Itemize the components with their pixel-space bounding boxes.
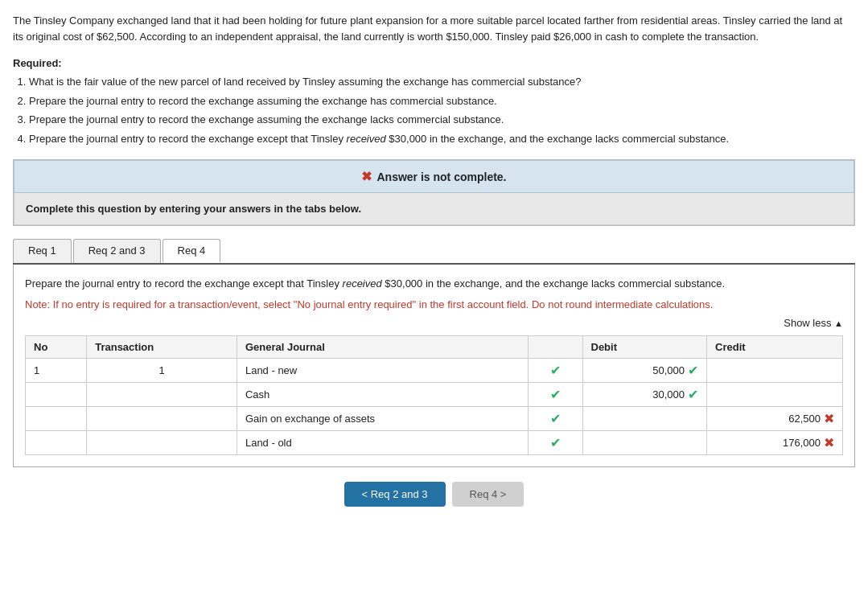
show-less-label[interactable]: Show less ▲ xyxy=(784,317,843,329)
cell-debit[interactable] xyxy=(582,407,707,431)
cell-debit[interactable]: 50,000 ✔ xyxy=(582,359,707,383)
col-credit: Credit xyxy=(707,336,843,359)
credit-error-icon: ✖ xyxy=(824,435,834,450)
required-item-4: Prepare the journal entry to record the … xyxy=(29,131,855,147)
cell-debit[interactable]: 30,000 ✔ xyxy=(582,383,707,407)
cell-debit[interactable] xyxy=(582,431,707,455)
col-general-journal: General Journal xyxy=(237,336,528,359)
cell-no xyxy=(26,407,87,431)
cell-credit[interactable] xyxy=(707,359,843,383)
next-button-label: Req 4 > xyxy=(470,488,507,500)
next-button[interactable]: Req 4 > xyxy=(452,482,525,507)
credit-error-icon: ✖ xyxy=(824,411,834,426)
table-row: Cash ✔ 30,000 ✔ xyxy=(26,383,843,407)
cell-check: ✔ xyxy=(528,407,582,431)
cell-journal[interactable]: Land - new xyxy=(237,359,528,383)
cell-transaction: 1 xyxy=(87,359,237,383)
tab-req1[interactable]: Req 1 xyxy=(13,239,72,263)
required-item-1: What is the fair value of the new parcel… xyxy=(29,74,855,90)
tab-content: Prepare the journal entry to record the … xyxy=(13,265,855,467)
prev-button-label: < Req 2 and 3 xyxy=(362,488,428,500)
col-no: No xyxy=(26,336,87,359)
cell-check: ✔ xyxy=(528,383,582,407)
cell-check: ✔ xyxy=(528,359,582,383)
tabs-row: Req 1 Req 2 and 3 Req 4 xyxy=(13,239,855,263)
table-row: Gain on exchange of assets ✔ 62,500 ✖ xyxy=(26,407,843,431)
cell-transaction xyxy=(87,431,237,455)
cell-no xyxy=(26,431,87,455)
cell-journal[interactable]: Land - old xyxy=(237,431,528,455)
cell-credit[interactable] xyxy=(707,383,843,407)
cell-no: 1 xyxy=(26,359,87,383)
tabs-container: Req 1 Req 2 and 3 Req 4 xyxy=(13,239,855,265)
debit-check-icon: ✔ xyxy=(688,387,698,402)
col-transaction: Transaction xyxy=(87,336,237,359)
journal-table: No Transaction General Journal Debit Cre… xyxy=(25,335,843,455)
required-item-3: Prepare the journal entry to record the … xyxy=(29,112,855,128)
answer-section: ✖ Answer is not complete. Complete this … xyxy=(13,159,855,226)
required-title: Required: xyxy=(13,57,855,69)
col-check xyxy=(528,336,582,359)
required-section: Required: What is the fair value of the … xyxy=(13,57,855,146)
check-icon: ✔ xyxy=(550,412,561,425)
tab-req23[interactable]: Req 2 and 3 xyxy=(73,239,161,263)
answer-banner-text: Answer is not complete. xyxy=(376,170,506,183)
cell-journal[interactable]: Gain on exchange of assets xyxy=(237,407,528,431)
answer-banner: ✖ Answer is not complete. xyxy=(14,160,854,193)
intro-paragraph: The Tinsley Company exchanged land that … xyxy=(13,13,855,44)
debit-check-icon: ✔ xyxy=(688,363,698,378)
cell-check: ✔ xyxy=(528,431,582,455)
cell-credit[interactable]: 176,000 ✖ xyxy=(707,431,843,455)
cell-no xyxy=(26,383,87,407)
check-icon: ✔ xyxy=(550,388,561,401)
cell-transaction xyxy=(87,383,237,407)
tab-description: Prepare the journal entry to record the … xyxy=(25,276,843,292)
note-text: Note: If no entry is required for a tran… xyxy=(25,297,843,313)
table-row: Land - old ✔ 176,000 ✖ xyxy=(26,431,843,455)
check-icon: ✔ xyxy=(550,436,561,450)
complete-instruction: Complete this question by entering your … xyxy=(14,193,854,225)
col-debit: Debit xyxy=(582,336,707,359)
show-less-arrow: ▲ xyxy=(834,318,843,328)
required-list: What is the fair value of the new parcel… xyxy=(29,74,855,146)
cell-journal[interactable]: Cash xyxy=(237,383,528,407)
show-less[interactable]: Show less ▲ xyxy=(25,317,843,329)
check-icon: ✔ xyxy=(550,364,561,377)
required-item-2: Prepare the journal entry to record the … xyxy=(29,93,855,109)
tab-req4[interactable]: Req 4 xyxy=(162,239,221,263)
cell-transaction xyxy=(87,407,237,431)
cell-credit[interactable]: 62,500 ✖ xyxy=(707,407,843,431)
error-icon: ✖ xyxy=(361,169,372,184)
prev-button[interactable]: < Req 2 and 3 xyxy=(344,482,446,507)
bottom-nav: < Req 2 and 3 Req 4 > xyxy=(13,482,855,507)
table-row: 1 1 Land - new ✔ 50,000 ✔ xyxy=(26,359,843,383)
